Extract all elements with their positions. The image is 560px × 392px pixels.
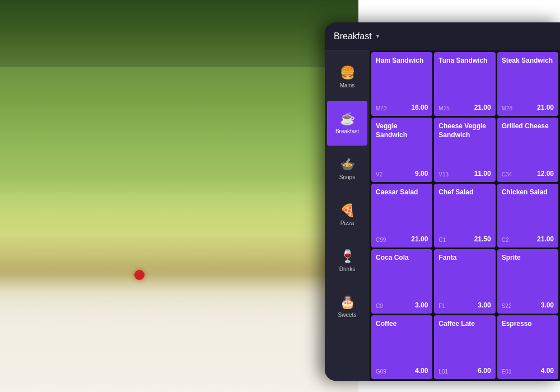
product-card-p8[interactable]: Chef Salad C1 21.50 (434, 184, 495, 248)
main-content: 🍔 Mains ☕ Breakfast 🍲 Soups 🍕 Pizza 🍷 Dr… (325, 50, 560, 381)
product-code: M25 (438, 105, 449, 111)
product-name: Sprite (502, 254, 554, 263)
sweets-label: Sweets (338, 312, 357, 318)
product-footer: L01 6.00 (438, 367, 491, 375)
product-name: Espresso (502, 320, 554, 329)
product-card-p5[interactable]: Cheese Veggie Sandwich V13 11.00 (434, 118, 495, 181)
product-code: F1 (438, 303, 445, 309)
product-price: 21.00 (474, 104, 491, 111)
product-footer: V2 9.00 (376, 170, 428, 178)
product-price: 3.00 (478, 301, 491, 309)
product-name: Caffee Late (438, 320, 491, 329)
product-code: C99 (376, 237, 386, 243)
product-code: C0 (376, 303, 383, 309)
product-code: S22 (502, 303, 512, 309)
product-card-p15[interactable]: Espresso E01 4.00 (497, 315, 558, 379)
product-footer: C2 21.00 (502, 235, 554, 243)
pizza-label: Pizza (340, 220, 354, 226)
sidebar-item-drinks[interactable]: 🍷 Drinks (327, 239, 367, 283)
product-name: Fanta (438, 254, 491, 263)
tablet-screen: Breakfast ▼ 🍔 Mains ☕ Breakfast 🍲 Soups … (325, 22, 560, 381)
product-footer: C34 12.00 (502, 170, 554, 178)
sidebar: 🍔 Mains ☕ Breakfast 🍲 Soups 🍕 Pizza 🍷 Dr… (325, 50, 370, 381)
product-card-p11[interactable]: Fanta F1 3.00 (434, 249, 495, 313)
product-price: 4.00 (415, 367, 428, 375)
header-title: Breakfast (334, 31, 372, 41)
product-footer: M28 21.00 (502, 104, 554, 111)
sidebar-item-sweets[interactable]: 🎂 Sweets (327, 284, 367, 329)
breakfast-label: Breakfast (335, 128, 359, 134)
product-code: C1 (438, 237, 446, 243)
product-name: Tuna Sandwich (438, 57, 491, 66)
product-card-p1[interactable]: Ham Sandwich M23 16.00 (371, 52, 432, 116)
product-grid: Ham Sandwich M23 16.00 Tuna Sandwich M25… (370, 50, 560, 381)
pizza-icon: 🍕 (340, 204, 355, 217)
product-footer: G09 4.00 (376, 367, 428, 375)
product-code: E01 (502, 368, 512, 375)
mains-icon: 🍔 (340, 67, 355, 79)
sweets-icon: 🎂 (340, 296, 355, 309)
soups-icon: 🍲 (340, 158, 355, 171)
product-card-p9[interactable]: Chicken Salad C2 21.00 (497, 184, 558, 248)
product-price: 3.00 (541, 301, 554, 309)
product-name: Chef Salad (438, 188, 491, 197)
header-bar: Breakfast ▼ (325, 22, 560, 50)
product-price: 12.00 (537, 170, 554, 178)
product-card-p13[interactable]: Coffee G09 4.00 (371, 315, 432, 379)
product-footer: M23 16.00 (376, 104, 428, 111)
flower-decoration (134, 270, 144, 280)
product-price: 4.00 (541, 367, 554, 375)
sidebar-item-mains[interactable]: 🍔 Mains (327, 55, 367, 100)
product-code: G09 (376, 368, 386, 375)
product-code: C2 (502, 237, 509, 243)
product-card-p6[interactable]: Grilled Cheese C34 12.00 (497, 118, 558, 181)
product-price: 3.00 (415, 301, 428, 309)
product-footer: S22 3.00 (502, 301, 554, 309)
product-price: 21.00 (537, 104, 554, 111)
product-footer: C0 3.00 (376, 301, 428, 309)
product-price: 9.00 (415, 170, 428, 178)
product-price: 21.00 (411, 235, 428, 243)
product-name: Cheese Veggie Sandwich (438, 122, 491, 139)
product-card-p12[interactable]: Sprite S22 3.00 (497, 249, 558, 313)
product-price: 16.00 (411, 104, 428, 111)
product-code: M23 (376, 105, 386, 111)
product-price: 21.00 (537, 235, 554, 243)
breakfast-icon: ☕ (340, 113, 355, 125)
sidebar-item-breakfast[interactable]: ☕ Breakfast (327, 101, 367, 146)
product-code: M28 (502, 105, 512, 111)
product-code: V13 (438, 171, 449, 178)
product-card-p2[interactable]: Tuna Sandwich M25 21.00 (434, 52, 495, 116)
product-card-p3[interactable]: Steak Sandwich M28 21.00 (497, 52, 558, 116)
product-code: L01 (438, 368, 448, 375)
product-price: 11.00 (474, 170, 491, 178)
product-name: Coca Cola (376, 254, 428, 263)
background-table (0, 235, 358, 392)
dropdown-arrow-icon: ▼ (375, 33, 381, 39)
product-footer: C99 21.00 (376, 235, 428, 243)
drinks-label: Drinks (339, 266, 355, 272)
sidebar-item-soups[interactable]: 🍲 Soups (327, 147, 367, 192)
product-footer: M25 21.00 (438, 104, 491, 111)
product-price: 6.00 (478, 367, 491, 375)
product-card-p10[interactable]: Coca Cola C0 3.00 (371, 249, 432, 313)
product-footer: F1 3.00 (438, 301, 491, 309)
product-name: Coffee (376, 320, 428, 329)
background-trees (0, 0, 358, 67)
product-name: Caesar Salad (376, 188, 428, 197)
drinks-icon: 🍷 (340, 250, 355, 263)
product-price: 21.50 (474, 235, 491, 243)
soups-label: Soups (339, 174, 355, 180)
product-footer: C1 21.50 (438, 235, 491, 243)
product-card-p14[interactable]: Caffee Late L01 6.00 (434, 315, 495, 379)
mains-label: Mains (340, 82, 355, 88)
product-footer: E01 4.00 (502, 367, 554, 375)
sidebar-item-pizza[interactable]: 🍕 Pizza (327, 193, 367, 237)
product-card-p4[interactable]: Veggie Sandwich V2 9.00 (371, 118, 432, 181)
product-card-p7[interactable]: Caesar Salad C99 21.00 (371, 184, 432, 248)
menu-dropdown[interactable]: Breakfast ▼ (334, 31, 381, 41)
product-name: Veggie Sandwich (376, 122, 428, 139)
product-name: Chicken Salad (502, 188, 554, 197)
product-footer: V13 11.00 (438, 170, 491, 178)
product-code: V2 (376, 171, 382, 178)
